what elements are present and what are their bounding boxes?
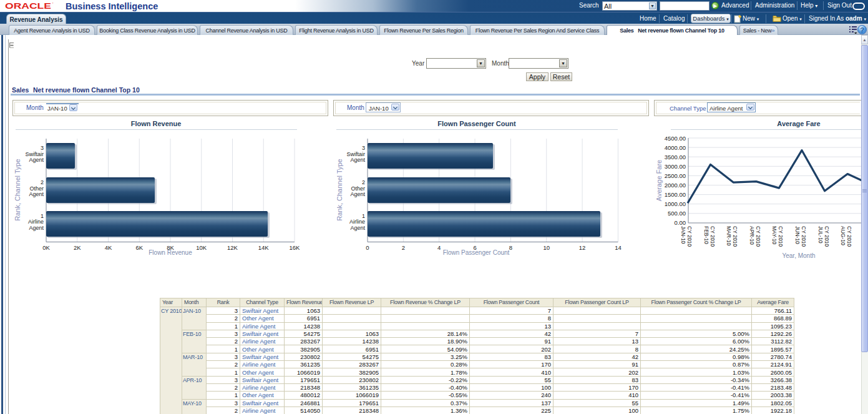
svg-text:4000.00: 4000.00 bbox=[665, 144, 686, 151]
svg-text:CY 2010: CY 2010 bbox=[824, 226, 830, 247]
svg-text:12K: 12K bbox=[227, 244, 238, 251]
svg-text:Agent: Agent bbox=[350, 225, 365, 231]
svg-text:2: 2 bbox=[41, 179, 44, 185]
svg-text:10: 10 bbox=[543, 244, 550, 251]
svg-text:Agent: Agent bbox=[29, 191, 44, 197]
svg-text:CY 2010: CY 2010 bbox=[686, 226, 693, 247]
svg-text:2: 2 bbox=[402, 244, 405, 251]
svg-text:1500.00: 1500.00 bbox=[665, 191, 686, 198]
svg-text:APR-10: APR-10 bbox=[749, 226, 755, 245]
svg-text:Agent: Agent bbox=[29, 157, 44, 163]
svg-text:FEB-10: FEB-10 bbox=[703, 226, 710, 244]
svg-text:Year, Month: Year, Month bbox=[782, 252, 815, 259]
svg-text:2K: 2K bbox=[74, 244, 81, 251]
svg-text:JAN-10: JAN-10 bbox=[680, 226, 686, 244]
svg-text:2000.00: 2000.00 bbox=[665, 182, 686, 189]
svg-text:MAR-10: MAR-10 bbox=[726, 226, 732, 245]
svg-text:CY 2010: CY 2010 bbox=[732, 226, 738, 247]
svg-text:3000.00: 3000.00 bbox=[665, 163, 686, 170]
svg-text:Flown Passenger Count: Flown Passenger Count bbox=[443, 249, 510, 256]
svg-text:0.00: 0.00 bbox=[675, 219, 686, 226]
svg-text:JUL-10: JUL-10 bbox=[817, 226, 824, 244]
svg-text:CY 2010: CY 2010 bbox=[710, 226, 716, 247]
svg-text:3: 3 bbox=[362, 145, 365, 151]
svg-text:6K: 6K bbox=[135, 244, 143, 251]
svg-text:1: 1 bbox=[362, 213, 365, 219]
svg-text:Rank, Channel Type: Rank, Channel Type bbox=[337, 159, 343, 220]
svg-text:Other: Other bbox=[351, 185, 365, 192]
svg-text:8: 8 bbox=[509, 244, 512, 251]
svg-text:CY 2010: CY 2010 bbox=[801, 226, 807, 247]
svg-text:10K: 10K bbox=[196, 244, 207, 251]
svg-text:1000.00: 1000.00 bbox=[665, 200, 686, 207]
svg-text:12: 12 bbox=[579, 244, 586, 251]
svg-text:0K: 0K bbox=[42, 244, 50, 251]
svg-text:Rank, Channel Type: Rank, Channel Type bbox=[14, 159, 21, 220]
svg-text:Agent: Agent bbox=[29, 225, 44, 231]
svg-text:Average Fare: Average Fare bbox=[655, 160, 663, 201]
svg-text:4: 4 bbox=[437, 244, 441, 251]
svg-text:500.00: 500.00 bbox=[668, 210, 686, 217]
svg-text:AUG-10: AUG-10 bbox=[840, 226, 846, 245]
svg-text:Swiftair: Swiftair bbox=[25, 151, 44, 157]
svg-text:JUN-10: JUN-10 bbox=[794, 226, 801, 244]
svg-text:4K: 4K bbox=[105, 244, 112, 251]
svg-text:14: 14 bbox=[615, 244, 622, 251]
svg-text:Flown Revenue: Flown Revenue bbox=[149, 249, 192, 256]
svg-text:4500.00: 4500.00 bbox=[665, 135, 686, 142]
svg-text:2500.00: 2500.00 bbox=[665, 172, 686, 179]
svg-text:1: 1 bbox=[41, 213, 44, 219]
svg-text:0: 0 bbox=[366, 244, 369, 251]
svg-text:2: 2 bbox=[362, 179, 365, 185]
svg-text:CY 2010: CY 2010 bbox=[755, 226, 761, 247]
svg-text:Swiftair: Swiftair bbox=[346, 151, 365, 157]
svg-text:?: ? bbox=[860, 26, 864, 34]
svg-text:16K: 16K bbox=[290, 244, 301, 251]
svg-text:': ' bbox=[52, 2, 53, 6]
svg-text:3: 3 bbox=[41, 145, 44, 151]
svg-text:Agent: Agent bbox=[350, 157, 365, 163]
svg-text:Airline: Airline bbox=[349, 219, 365, 225]
svg-text:3500.00: 3500.00 bbox=[665, 154, 686, 160]
svg-text:Airline: Airline bbox=[28, 219, 44, 225]
svg-text:Other: Other bbox=[29, 185, 44, 192]
svg-text:ORACLE: ORACLE bbox=[5, 1, 51, 11]
svg-text:Agent: Agent bbox=[350, 191, 365, 197]
svg-text:CY 2010: CY 2010 bbox=[778, 226, 784, 247]
svg-text:CY 2010: CY 2010 bbox=[846, 226, 852, 247]
svg-text:14K: 14K bbox=[258, 244, 270, 251]
svg-text:MAY-10: MAY-10 bbox=[771, 226, 778, 245]
